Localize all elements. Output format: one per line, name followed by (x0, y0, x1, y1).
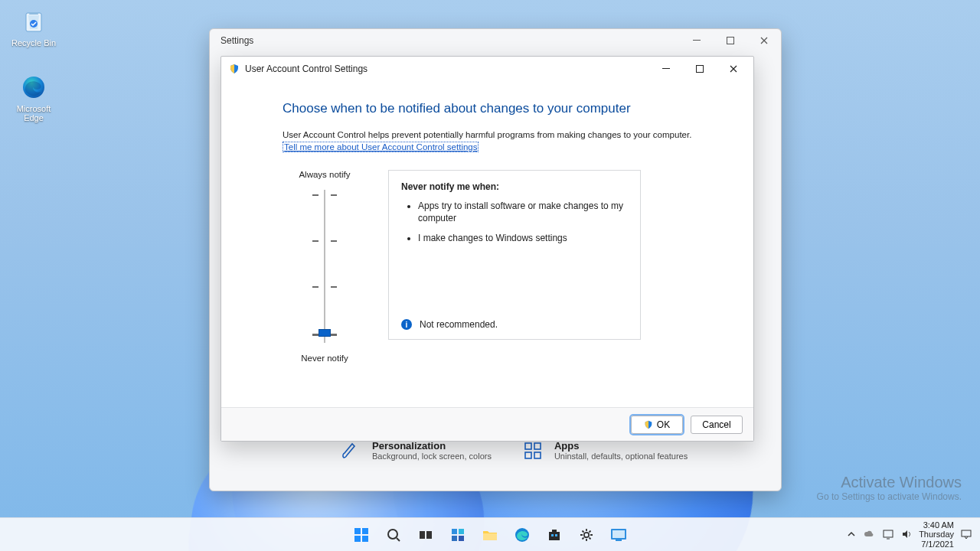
activation-title: Activate Windows (817, 474, 962, 491)
start-button[interactable] (348, 521, 375, 549)
maximize-button[interactable] (714, 29, 747, 52)
store-button[interactable] (541, 521, 568, 549)
settings-card-personalization[interactable]: Personalization Background, lock screen,… (340, 440, 492, 461)
taskbar[interactable]: 3:40 AM Thursday 7/1/2021 (0, 517, 980, 551)
svg-rect-25 (552, 530, 557, 532)
clock-time: 3:40 AM (919, 520, 954, 530)
clock-day: Thursday (919, 530, 954, 540)
ok-button[interactable]: OK (631, 416, 683, 434)
svg-rect-20 (452, 536, 457, 541)
edge-button[interactable] (508, 521, 536, 549)
svg-rect-11 (354, 528, 361, 534)
desktop-icon-label: Microsoft Edge (17, 104, 51, 122)
svg-rect-24 (549, 532, 560, 540)
svg-rect-5 (525, 443, 531, 449)
uac-slider[interactable] (309, 190, 340, 343)
svg-rect-9 (662, 68, 670, 69)
recycle-bin-icon (20, 8, 47, 35)
desktop-icon-recycle-bin[interactable]: Recycle Bin (6, 8, 61, 47)
svg-rect-31 (616, 540, 622, 541)
svg-rect-19 (459, 529, 464, 534)
shield-icon (229, 64, 240, 74)
svg-rect-16 (420, 531, 425, 539)
recommendation-text: Not recommended. (420, 319, 498, 330)
svg-rect-17 (426, 531, 432, 539)
svg-rect-32 (884, 530, 893, 537)
search-button[interactable] (380, 521, 407, 549)
uac-info-panel: Never notify me when: Apps try to instal… (388, 170, 641, 340)
info-icon: i (401, 319, 412, 330)
system-tray[interactable]: 3:40 AM Thursday 7/1/2021 (845, 520, 980, 549)
edge-icon (20, 73, 47, 101)
svg-point-15 (388, 530, 397, 539)
svg-rect-4 (727, 37, 734, 44)
svg-rect-10 (697, 66, 704, 73)
ok-label: OK (657, 419, 670, 430)
svg-rect-3 (693, 40, 701, 41)
settings-taskbar-button[interactable] (573, 521, 600, 549)
card-title: Personalization (372, 440, 492, 452)
panel-item: Apps try to install software or make cha… (418, 200, 628, 224)
slider-thumb[interactable] (318, 329, 331, 337)
panel-item: I make changes to Windows settings (418, 232, 628, 244)
desktop-icon-label: Recycle Bin (11, 38, 56, 47)
svg-rect-7 (525, 452, 531, 458)
svg-rect-8 (534, 452, 541, 458)
paintbrush-icon (340, 440, 361, 461)
uac-description: User Account Control helps prevent poten… (283, 130, 735, 139)
shield-icon (644, 420, 653, 429)
panel-title: Never notify me when: (401, 181, 628, 192)
taskbar-clock[interactable]: 3:40 AM Thursday 7/1/2021 (919, 520, 954, 549)
card-desc: Uninstall, defaults, optional features (554, 452, 688, 461)
svg-rect-26 (551, 534, 554, 536)
volume-icon[interactable] (900, 528, 913, 540)
widgets-button[interactable] (444, 521, 472, 549)
app-button[interactable] (605, 521, 632, 549)
close-button[interactable] (717, 57, 750, 80)
file-explorer-button[interactable] (476, 521, 504, 549)
activation-subtitle: Go to Settings to activate Windows. (817, 491, 962, 502)
settings-card-apps[interactable]: Apps Uninstall, defaults, optional featu… (522, 440, 688, 461)
svg-point-28 (584, 532, 589, 536)
maximize-button[interactable] (683, 57, 717, 80)
svg-rect-12 (362, 528, 368, 534)
svg-rect-14 (362, 536, 368, 542)
svg-rect-6 (534, 443, 541, 449)
svg-rect-27 (555, 534, 557, 536)
chevron-up-icon[interactable] (845, 528, 858, 540)
settings-titlebar[interactable]: Settings (210, 29, 781, 52)
desktop-icon-edge[interactable]: Microsoft Edge (6, 73, 61, 122)
task-view-button[interactable] (412, 521, 439, 549)
minimize-button[interactable] (649, 57, 683, 80)
card-desc: Background, lock screen, colors (372, 452, 492, 461)
svg-rect-22 (483, 533, 497, 540)
apps-icon (522, 440, 544, 461)
slider-label-bottom: Never notify (301, 354, 348, 363)
onedrive-icon[interactable] (864, 528, 876, 540)
activation-watermark: Activate Windows Go to Settings to activ… (817, 474, 962, 502)
settings-title-text: Settings (220, 35, 253, 46)
card-title: Apps (554, 440, 688, 452)
cancel-label: Cancel (702, 419, 730, 430)
cancel-button[interactable]: Cancel (691, 416, 743, 434)
clock-date: 7/1/2021 (919, 540, 954, 549)
uac-learn-more-link[interactable]: Tell me more about User Account Control … (283, 142, 479, 152)
minimize-button[interactable] (680, 29, 714, 52)
svg-rect-18 (452, 529, 457, 534)
close-button[interactable] (747, 29, 781, 52)
notifications-icon[interactable] (960, 528, 972, 540)
uac-title-text: User Account Control Settings (245, 64, 368, 74)
svg-rect-33 (962, 530, 971, 536)
network-icon[interactable] (882, 528, 894, 540)
uac-window[interactable]: User Account Control Settings Choose whe… (220, 56, 754, 442)
slider-label-top: Always notify (299, 170, 350, 179)
uac-heading: Choose when to be notified about changes… (283, 101, 735, 116)
uac-titlebar[interactable]: User Account Control Settings (221, 57, 753, 81)
svg-rect-30 (612, 530, 625, 538)
svg-rect-13 (354, 536, 361, 542)
svg-rect-21 (459, 536, 464, 541)
uac-footer: OK Cancel (221, 407, 753, 441)
desktop: Recycle Bin Microsoft Edge Settings Pers… (0, 0, 980, 551)
